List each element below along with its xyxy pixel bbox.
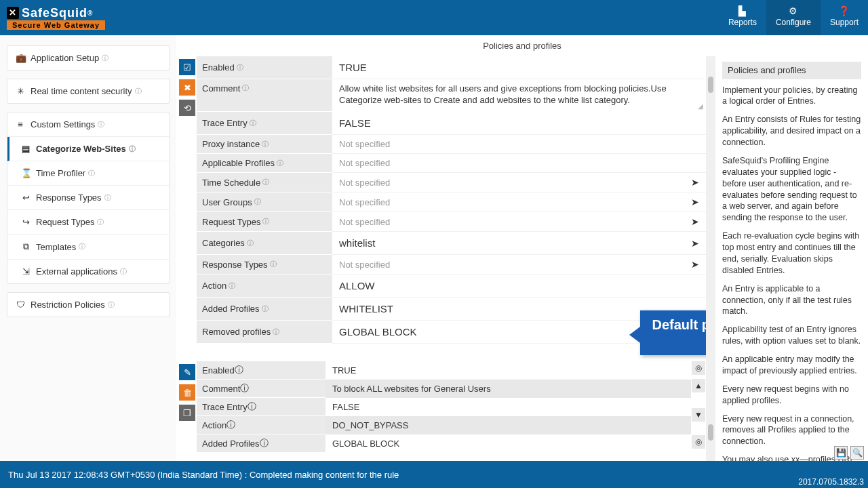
value-tsched[interactable]: Not specified➤ — [332, 173, 706, 192]
info-icon: ⓘ — [262, 140, 269, 149]
label-trace: Trace Entry — [202, 118, 248, 128]
bug-icon: ✳ — [16, 86, 25, 96]
help-text: SafeSquid's Profiling Engine evaluates y… — [722, 155, 861, 224]
sliders-icon: ≡ — [16, 119, 25, 129]
info-icon: ⓘ — [108, 300, 115, 310]
send-icon[interactable]: ➤ — [691, 177, 699, 188]
send-icon[interactable]: ➤ — [691, 259, 699, 270]
brand-tagline: Secure Web Gateway — [7, 20, 105, 30]
help-panel: Policies and profiles Implement your pol… — [715, 56, 868, 461]
send-icon[interactable]: ➤ — [691, 238, 699, 249]
info-icon: ⓘ — [273, 327, 279, 337]
info-icon: ⓘ — [260, 437, 269, 449]
text: Not specified — [339, 217, 390, 227]
value-applicable[interactable]: Not specified — [332, 154, 706, 173]
label-added: Added Profiles — [202, 304, 260, 314]
save-button[interactable]: ☑ — [179, 59, 195, 75]
info-icon: ⓘ — [120, 267, 127, 277]
help-text: An Entry consists of Rules for testing a… — [722, 114, 861, 148]
version-label: 2017.0705.1832.3 — [798, 477, 864, 487]
value-enabled[interactable]: TRUE — [332, 56, 706, 79]
info-icon: ⓘ — [277, 159, 283, 168]
sidebar-item-response-types[interactable]: ↩Response Typesⓘ — [7, 186, 169, 210]
value-resptypes[interactable]: Not specified➤ — [332, 255, 706, 274]
search-button[interactable]: 🔍 — [850, 446, 864, 460]
value-trace[interactable]: FALSE — [332, 112, 706, 135]
value-action[interactable]: ALLOW — [332, 274, 706, 298]
info-icon: ⓘ — [250, 119, 256, 128]
sidebar-item-app-setup[interactable]: 💼Application Setupⓘ — [7, 46, 169, 70]
scrollbar[interactable] — [706, 56, 715, 461]
info-icon: ⓘ — [262, 178, 269, 187]
delete-button[interactable]: 🗑 — [179, 384, 195, 401]
sidebar-item-categorize[interactable]: ▤Categorize Web-Sitesⓘ — [7, 137, 169, 161]
text: Not specified — [339, 197, 390, 207]
label-action: Action — [202, 281, 226, 291]
sidebar-item-custom[interactable]: ≡Custom Settingsⓘ — [7, 113, 169, 137]
logo-mark: ✕ — [7, 7, 19, 19]
sidebar-item-restriction[interactable]: 🛡Restriction Policiesⓘ — [7, 293, 169, 317]
gears-icon: ⚙ — [776, 5, 811, 16]
send-icon[interactable]: ➤ — [691, 197, 699, 207]
value-categories[interactable]: whitelist➤ — [332, 232, 706, 255]
info-icon: ⓘ — [79, 242, 85, 251]
resize-icon[interactable]: ◢ — [698, 102, 703, 110]
help-text: Applicability test of an Entry ignores r… — [722, 324, 861, 347]
info-icon: ⓘ — [237, 63, 243, 73]
scroll-thumb-bottom[interactable] — [708, 424, 713, 441]
label-ugroups: User Groups — [202, 197, 252, 207]
sidebar-item-time-profiler[interactable]: ⌛Time Profilerⓘ — [7, 161, 169, 186]
target-button-2[interactable]: ◎ — [692, 435, 705, 449]
edit-button[interactable]: ✎ — [179, 364, 195, 380]
scroll-thumb-top[interactable] — [708, 77, 713, 93]
value-reqtypes[interactable]: Not specified➤ — [332, 212, 706, 232]
value-ugroups[interactable]: Not specified➤ — [332, 192, 706, 212]
app-header: ✕SafeSquid® Secure Web Gateway ▙Reports … — [0, 0, 868, 35]
status-bar: Thu Jul 13 2017 12:08:43 GMT+0530 (India… — [0, 461, 868, 488]
sidebar-label: Real time content security — [31, 86, 132, 96]
help-text: Each re-evaluation cycle begins with top… — [722, 230, 861, 277]
layers-icon: ▤ — [21, 144, 31, 154]
comment-text: Allow white list websites for all users … — [339, 83, 667, 105]
cancel-button[interactable]: ✖ — [179, 79, 195, 96]
sidebar-item-external-apps[interactable]: ⇲External applicationsⓘ — [7, 260, 169, 283]
sidebar-label: Categorize Web-Sites — [36, 144, 126, 154]
brand-name: SafeSquid — [22, 6, 87, 20]
value-proxy[interactable]: Not specified — [332, 135, 706, 154]
value: DO_NOT_BYPASS — [326, 416, 691, 434]
main-area: 💼Application Setupⓘ ✳Real time content s… — [0, 35, 868, 461]
copy-button[interactable]: ❐ — [179, 405, 195, 421]
label-removed: Removed profiles — [202, 327, 271, 337]
nav-configure[interactable]: ⚙Configure — [766, 0, 821, 35]
nav-support[interactable]: ❓Support — [821, 0, 868, 35]
info-icon: ⓘ — [129, 144, 136, 154]
sidebar-item-templates[interactable]: ⧉Templatesⓘ — [7, 235, 169, 260]
move-up-button[interactable]: ▲ — [692, 379, 705, 392]
brand-logo: ✕SafeSquid® Secure Web Gateway — [0, 6, 105, 30]
center-panel: ☑ ✖ ⟲ EnabledⓘTRUE CommentⓘAllow white l… — [176, 56, 706, 461]
send-icon[interactable]: ➤ — [691, 216, 699, 227]
label: Trace Entry — [202, 402, 248, 412]
sidebar: 💼Application Setupⓘ ✳Real time content s… — [0, 35, 176, 461]
target-button[interactable]: ◎ — [692, 361, 705, 375]
nav-reports[interactable]: ▙Reports — [719, 0, 766, 35]
info-icon: ⓘ — [226, 419, 235, 431]
sidebar-item-request-types[interactable]: ↪Request Typesⓘ — [7, 210, 169, 235]
sidebar-item-rtcs[interactable]: ✳Real time content securityⓘ — [7, 79, 169, 103]
label-reqtypes: Request Types — [202, 217, 260, 227]
help-text: An applicable entry may modify the impac… — [722, 354, 861, 377]
move-down-button[interactable]: ▼ — [692, 408, 705, 422]
label-tsched: Time Schedule — [202, 178, 260, 188]
value-comment[interactable]: Allow white list websites for all users … — [332, 79, 706, 112]
save-config-button[interactable]: 💾 — [834, 446, 848, 460]
info-icon: ⓘ — [242, 83, 249, 93]
reset-button[interactable]: ⟲ — [179, 100, 195, 116]
reply-icon: ↩ — [21, 192, 31, 203]
sidebar-label: Request Types — [36, 217, 94, 227]
label: Action — [202, 420, 226, 430]
entry-side-controls: ◎ ▲ ▼ ◎ — [691, 361, 706, 453]
nav-configure-label: Configure — [776, 18, 811, 27]
sidebar-label: Time Profiler — [36, 168, 85, 178]
info-icon: ⓘ — [240, 382, 249, 394]
info-icon: ⓘ — [235, 364, 243, 376]
